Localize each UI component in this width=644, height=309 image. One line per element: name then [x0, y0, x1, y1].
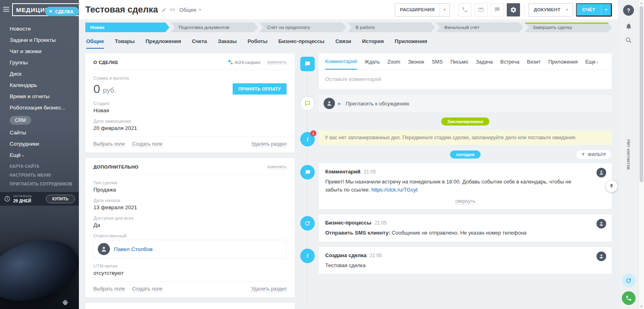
- entry-card: Комментарий 21:05 Привет! Мы назначили в…: [319, 163, 612, 209]
- page-scrollbar[interactable]: ▲ ▼: [638, 0, 644, 309]
- sidebar-item-calendar[interactable]: Календарь: [0, 80, 79, 91]
- select-field-link[interactable]: Выбрать поле: [93, 286, 125, 292]
- tab-links[interactable]: Связи: [335, 38, 351, 49]
- add-user-icon[interactable]: +: [337, 100, 341, 107]
- sidebar-item-employees[interactable]: Сотрудники: [0, 138, 79, 150]
- search-icon[interactable]: [625, 37, 632, 44]
- tl-tab-comment[interactable]: Комментарий: [325, 59, 357, 70]
- invoice-dropdown[interactable]: ▼: [601, 4, 611, 16]
- help-button[interactable]: ?: [623, 5, 634, 16]
- tab-general[interactable]: Общие: [86, 38, 104, 49]
- sidebar-item-time-reports[interactable]: Время и отчеты: [0, 91, 79, 102]
- sidebar-item-more[interactable]: Ещё▾: [0, 150, 79, 162]
- stage-final-invoice[interactable]: Финальный счёт: [436, 23, 523, 32]
- stage-prepayment[interactable]: Счёт на предоплату: [259, 23, 347, 32]
- tab-products[interactable]: Товары: [115, 38, 134, 49]
- delete-section-link[interactable]: Удалить раздел: [251, 286, 287, 292]
- sidebar-item-automation[interactable]: Роботизация бизнес...: [0, 102, 79, 113]
- menu-toggle-icon[interactable]: [3, 7, 9, 12]
- document-button[interactable]: ДОКУМЕНТ ▼: [528, 3, 573, 16]
- tab-history[interactable]: История: [362, 38, 384, 49]
- phone-button[interactable]: [458, 3, 472, 16]
- start-date-field: Дата начала 13 февраля 2021: [93, 198, 287, 210]
- invite-to-discussion[interactable]: + Пригласить к обсуждению: [319, 95, 612, 112]
- deal-chip[interactable]: ✕ СДЕЛКА: [45, 7, 79, 16]
- deal-chip-label: СДЕЛКА: [55, 9, 73, 14]
- stage-docs[interactable]: Подготовка документов: [171, 23, 258, 32]
- tl-tab-apps[interactable]: Приложения: [548, 59, 578, 69]
- field-value: отсутствуют: [93, 270, 287, 276]
- sidebar-item-disk[interactable]: Диск: [0, 68, 79, 80]
- select-field-link[interactable]: Выбрать поле: [93, 141, 125, 147]
- tab-invoices[interactable]: Счета: [192, 38, 207, 49]
- telephony-button[interactable]: [622, 291, 636, 305]
- tab-bizproc[interactable]: Бизнес-процессы: [279, 38, 325, 49]
- edit-title-icon[interactable]: [161, 7, 167, 12]
- printer-icon[interactable]: [62, 299, 68, 306]
- stage-in-progress[interactable]: В работе: [347, 23, 435, 32]
- sidebar-item-chat[interactable]: Чат и звонки: [0, 46, 79, 57]
- close-icon[interactable]: ✕: [49, 9, 52, 14]
- accept-payment-button[interactable]: ПРИНЯТЬ ОПЛАТУ: [233, 83, 287, 95]
- field-value[interactable]: 20 февраля 2021: [93, 125, 287, 131]
- buy-button[interactable]: КУПИТЬ: [46, 195, 75, 203]
- tab-apps[interactable]: Приложения: [395, 38, 427, 49]
- tl-tab-sms[interactable]: SMS: [432, 59, 443, 69]
- create-field-link[interactable]: Создать поле: [132, 286, 163, 292]
- sidebar-item-crm[interactable]: CRM: [0, 113, 79, 127]
- scope-selector[interactable]: Общее ▼: [180, 7, 202, 13]
- chat-button[interactable]: [491, 3, 504, 16]
- tl-tab-meeting[interactable]: Встреча: [500, 59, 519, 69]
- pin-button[interactable]: [606, 181, 617, 192]
- recent-activity-button[interactable]: [622, 274, 636, 287]
- configure-menu-link[interactable]: НАСТРОИТЬ МЕНЮ: [10, 173, 72, 177]
- chevron-down-icon: ▼: [566, 8, 569, 12]
- delete-section-link[interactable]: Удалить раздел: [251, 141, 287, 147]
- stage-close-deal[interactable]: Завершить сделку: [524, 23, 612, 32]
- tab-robots[interactable]: Роботы: [248, 38, 267, 49]
- sidebar-item-tasks[interactable]: Задачи и Проекты: [0, 35, 79, 46]
- responsible-user-link[interactable]: Павел Столбов: [114, 246, 153, 252]
- extensions-dropdown[interactable]: ▼: [440, 4, 450, 16]
- mail-button[interactable]: [475, 3, 488, 16]
- scroll-up-arrow[interactable]: ▲: [639, 0, 644, 6]
- field-value[interactable]: Новая: [93, 107, 287, 113]
- stage-new[interactable]: Новая: [85, 23, 169, 32]
- edit-link[interactable]: изменить: [267, 60, 287, 65]
- tl-tab-email[interactable]: Письмо: [450, 59, 468, 69]
- entry-text: Отправить SMS клиенту:Сообщение не отпра…: [325, 229, 605, 237]
- tl-tab-zoom[interactable]: Zoom: [388, 59, 400, 69]
- edit-link[interactable]: изменить: [267, 164, 287, 169]
- scroll-down-arrow[interactable]: ▼: [639, 303, 644, 309]
- tl-tab-more[interactable]: Еще▾: [585, 59, 598, 69]
- tl-tab-wait[interactable]: Ждать: [365, 59, 380, 69]
- filter-button[interactable]: ФИЛЬТР: [576, 150, 611, 159]
- scrollbar-thumb[interactable]: [640, 6, 643, 182]
- field-value[interactable]: Продажа: [93, 187, 287, 193]
- link-icon[interactable]: [170, 7, 175, 12]
- comment-link[interactable]: https://clck.ru/TGcyt: [371, 187, 417, 193]
- comment-input[interactable]: [325, 76, 605, 82]
- tl-tab-call[interactable]: Звонок: [408, 59, 424, 69]
- sidebar: МЕДИЦИН ✕ СДЕЛКА Новости Задачи и Проект…: [0, 0, 79, 309]
- invite-employees-link[interactable]: ПРИГЛАСИТЬ СОТРУДНИКОВ: [10, 182, 72, 186]
- tab-orders[interactable]: Заказы: [218, 38, 237, 49]
- sidebar-item-news[interactable]: Новости: [0, 23, 79, 35]
- notifications-bell-icon[interactable]: [625, 23, 632, 30]
- field-value[interactable]: 13 февраля 2021: [93, 204, 287, 210]
- sidebar-item-groups[interactable]: Группы: [0, 57, 79, 68]
- tl-tab-visit[interactable]: Визит: [527, 59, 541, 69]
- sidebar-item-sites[interactable]: Сайты: [0, 127, 79, 138]
- ai-scoring-button[interactable]: AI24-скоринг: [228, 60, 261, 65]
- tab-quotes[interactable]: Предложения: [146, 38, 181, 49]
- settings-button[interactable]: [507, 3, 520, 16]
- invoice-button[interactable]: СЧЁТ ▼: [576, 3, 612, 16]
- tl-tab-task[interactable]: Задача: [476, 59, 493, 69]
- extensions-button[interactable]: РАСШИРЕНИЯ ▼: [395, 3, 450, 16]
- field-value[interactable]: Да: [93, 222, 287, 228]
- collapse-link[interactable]: свернуть: [455, 198, 475, 204]
- scope-label: Общее: [180, 7, 197, 13]
- info-icon: i: [300, 249, 315, 263]
- sitemap-link[interactable]: КАРТА САЙТА: [10, 164, 72, 169]
- create-field-link[interactable]: Создать поле: [132, 141, 163, 147]
